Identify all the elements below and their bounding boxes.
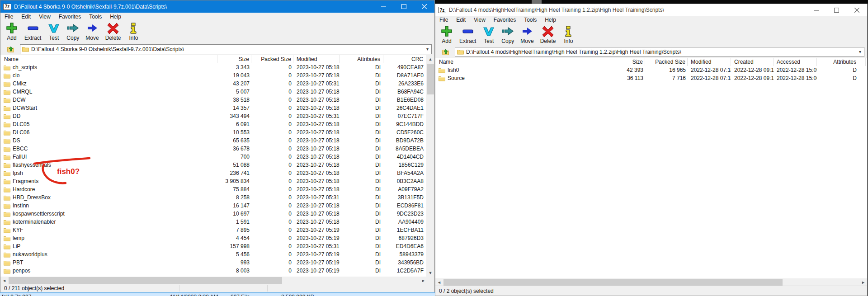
table-row[interactable]: DCW 38 518 0 2023-10-27 05:18 DI B1E6ED0… [0, 96, 427, 104]
table-row[interactable]: ch_scripts 3 343 0 2023-10-27 05:18 DI 4… [0, 63, 427, 71]
menu-favorites[interactable]: Favorites [490, 16, 520, 24]
menu-edit[interactable]: Edit [452, 16, 470, 24]
left-vertical-scrollbar[interactable]: ▲ ▼ [426, 55, 434, 277]
extract-button[interactable]: Extract [456, 24, 479, 45]
close-button[interactable] [414, 0, 434, 13]
column-header-accessed[interactable]: Accessed [774, 58, 817, 66]
column-header-packed-size[interactable]: Packed Size [645, 58, 688, 66]
column-header-created[interactable]: Created [731, 58, 774, 66]
table-row[interactable]: CMRQL 5 007 0 2023-10-27 05:18 DI B68FA9… [0, 88, 427, 96]
column-header-name[interactable]: Name [435, 58, 550, 66]
right-status-text: 0 / 2 object(s) selected [439, 288, 494, 294]
menu-file[interactable]: File [435, 16, 452, 24]
menu-edit[interactable]: Edit [17, 13, 35, 21]
table-row[interactable]: DCWStart 14 357 0 2023-10-27 05:18 DI 26… [0, 104, 427, 112]
table-row[interactable]: InstInn 16 147 0 2023-10-27 05:18 DI ECD… [0, 202, 427, 210]
scroll-down-icon[interactable]: ▼ [426, 269, 434, 277]
delete-icon [542, 25, 554, 38]
add-button[interactable]: Add [437, 24, 456, 45]
column-header-attributes[interactable]: Attributes [340, 55, 383, 63]
column-header-crc[interactable]: CRC [383, 55, 427, 63]
table-row[interactable]: penpos 8 003 0 2023-10-27 05:19 DI 1C2D5… [0, 267, 427, 275]
column-header-attributes[interactable]: Attributes [817, 58, 866, 66]
table-row[interactable]: Fragments 3 905 834 0 2023-10-27 05:18 D… [0, 177, 427, 185]
menu-tools[interactable]: Tools [85, 13, 106, 21]
up-one-level-button[interactable] [438, 47, 453, 57]
table-row[interactable]: Source 36 113 7 716 2022-12-28 07:18 202… [435, 74, 867, 82]
table-row[interactable]: flashyessentials 51 088 0 2023-10-27 05:… [0, 161, 427, 169]
move-button[interactable]: Move [517, 24, 537, 45]
table-row[interactable]: CMkz 43 207 0 2023-10-27 05:31 DI 26A233… [0, 80, 427, 88]
table-row[interactable]: DLC06 10 553 0 2023-10-27 05:18 DI CD5F2… [0, 128, 427, 136]
file-attributes-cell: DI [340, 80, 383, 88]
table-row[interactable]: kospawnsettlersscript 10 697 0 2023-10-2… [0, 210, 427, 218]
menu-help[interactable]: Help [541, 16, 560, 24]
file-packed-cell: 0 [251, 258, 293, 267]
horizontal-scroll-thumb[interactable] [9, 277, 282, 284]
dropdown-arrow-icon[interactable]: ▾ [426, 47, 429, 52]
delete-button[interactable]: Delete [537, 24, 559, 45]
close-button[interactable] [847, 4, 867, 16]
menu-view[interactable]: View [35, 13, 55, 21]
table-row[interactable]: EBCC 36 678 0 2023-10-27 05:18 DI 8A5DEB… [0, 145, 427, 153]
right-path-combobox[interactable]: D:\Fallout 4 mods\HighHeelTraining\High … [455, 47, 864, 57]
file-attributes-cell: DI [340, 234, 383, 242]
column-header-name[interactable]: Name [0, 55, 217, 63]
table-row[interactable]: nukaworldplus 5 456 0 2023-10-27 05:19 D… [0, 250, 427, 258]
table-row[interactable]: koterminalenabler 1 591 0 2023-10-27 05:… [0, 218, 427, 226]
dropdown-arrow-icon[interactable]: ▾ [859, 49, 861, 54]
file-modified-cell: 2023-10-27 05:19 [293, 234, 340, 242]
test-button[interactable]: Test [479, 24, 498, 45]
column-header-modified[interactable]: Modified [688, 58, 731, 66]
column-header-size[interactable]: Size [550, 58, 645, 66]
copy-button[interactable]: Copy [498, 24, 517, 45]
delete-button[interactable]: Delete [102, 21, 124, 42]
file-name-cell: Hardcore [0, 185, 217, 193]
left-path-combobox[interactable]: D:\Fallout 4 Sborka 9-0 Otshelnik\Sexfal… [20, 44, 432, 54]
column-header-size[interactable]: Size [217, 55, 251, 63]
table-row[interactable]: KYF 7 895 0 2023-10-27 05:19 DI 1ECFBA11 [0, 226, 427, 234]
info-button[interactable]: Info [559, 24, 578, 45]
menu-favorites[interactable]: Favorites [55, 13, 85, 21]
minimize-button[interactable] [373, 0, 394, 13]
file-size-cell: 343 494 [217, 112, 251, 120]
maximize-button[interactable] [394, 0, 414, 13]
column-header-packed-size[interactable]: Packed Size [251, 55, 293, 63]
left-title-bar[interactable]: 7z D:\Fallout 4 Sborka 9-0 Otshelnik\Sex… [0, 0, 434, 13]
minimize-button[interactable] [806, 4, 826, 16]
maximize-button[interactable] [826, 4, 847, 16]
minimize-icon [381, 4, 386, 9]
table-row[interactable]: LiP 157 998 0 2023-10-27 05:31 DI ED4D6E… [0, 242, 427, 250]
info-button[interactable]: Info [124, 21, 143, 42]
up-one-level-button[interactable] [3, 44, 18, 54]
table-row[interactable]: PBT 993 0 2023-10-27 05:19 DI 343956BD [0, 258, 427, 267]
vertical-scroll-thumb[interactable] [427, 64, 434, 94]
table-row[interactable]: DLC05 6 091 0 2023-10-27 05:18 DI 9C144B… [0, 120, 427, 128]
table-row[interactable]: DD 343 494 0 2023-10-27 05:31 DI 07EC717… [0, 112, 427, 120]
table-row[interactable]: Hardcore 75 884 0 2023-10-27 05:18 DI A0… [0, 185, 427, 193]
menu-tools[interactable]: Tools [520, 16, 541, 24]
table-row[interactable]: fpsh 236 741 0 2023-10-27 05:18 DI BFA54… [0, 169, 427, 177]
table-row[interactable]: fish0 42 393 16 965 2022-12-28 07:18 202… [435, 66, 867, 74]
left-window-title: D:\Fallout 4 Sborka 9-0 Otshelnik\Sexfal… [14, 4, 167, 10]
table-row[interactable]: HBD_DressBox 8 258 0 2023-10-27 05:31 DI… [0, 193, 427, 202]
add-button[interactable]: Add [2, 21, 21, 42]
table-row[interactable]: FallUI 700 0 2023-10-27 05:18 DI 4D1404C… [0, 153, 427, 161]
menu-file[interactable]: File [0, 13, 17, 21]
table-row[interactable]: clo 19 043 0 2023-10-27 05:18 DI D8A71AE… [0, 71, 427, 80]
table-row[interactable]: lemp 4 454 0 2023-10-27 05:19 DI 687926D… [0, 234, 427, 242]
move-button[interactable]: Move [82, 21, 102, 42]
test-button[interactable]: Test [44, 21, 63, 42]
column-header-modified[interactable]: Modified [293, 55, 340, 63]
file-attributes-cell: DI [340, 169, 383, 177]
extract-button[interactable]: Extract [21, 21, 44, 42]
table-row[interactable]: DS 65 635 0 2023-10-27 05:18 DI BD9DA72B [0, 136, 427, 145]
horizontal-scroll-thumb[interactable] [443, 279, 783, 286]
right-title-bar[interactable]: 7z D:\Fallout 4 mods\HighHeelTraining\Hi… [435, 4, 867, 16]
copy-button[interactable]: Copy [63, 21, 82, 42]
scroll-up-icon[interactable]: ▲ [426, 55, 434, 63]
menu-view[interactable]: View [470, 16, 490, 24]
file-modified-cell: 2023-10-27 05:18 [293, 161, 340, 169]
extract-icon [27, 22, 39, 34]
menu-help[interactable]: Help [106, 13, 125, 21]
